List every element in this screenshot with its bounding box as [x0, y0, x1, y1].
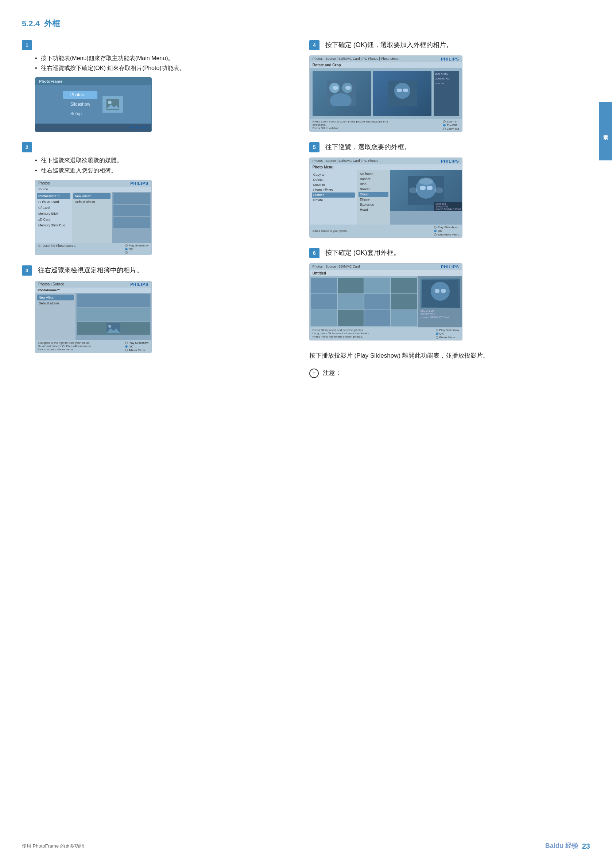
- pf-footer: PHILIPS: [36, 124, 151, 132]
- pg-philips: PHILIPS: [441, 265, 459, 269]
- ss-cf: Cf Card: [37, 205, 70, 211]
- step-5-number: 5: [309, 142, 320, 152]
- frames-r2: [434, 230, 436, 232]
- pg-r3: [436, 336, 438, 339]
- ss-new-album: New Album: [73, 193, 110, 199]
- svg-rect-19: [427, 186, 433, 190]
- frame-cloud: Cloud: [359, 192, 388, 197]
- pf-setup-item: Setup: [63, 110, 98, 118]
- album-right: [76, 293, 151, 340]
- frame-ellipse: Ellipse: [359, 197, 388, 202]
- svg-rect-25: [435, 289, 440, 293]
- frames-right: 800X6002006/07/01source:SD/MMC Card: [390, 170, 462, 225]
- frames-footer: Add a shape to your photo. Play Slidesho…: [310, 225, 462, 237]
- side-tab: 以下圖索: [599, 102, 612, 160]
- ss-play-ctrl: Play Slideshow: [125, 244, 148, 247]
- frames-exit-ctrl: Exit Photo Menu: [434, 233, 459, 236]
- album-default: Default album: [37, 301, 74, 306]
- ss-thumb-2: [113, 205, 150, 216]
- step-5-block: 5 往下巡覽，選取您要的外框。 Photos | Source | SD/MMC…: [309, 142, 582, 238]
- step-6-header: 6 按下確定 (OK)套用外框。: [309, 248, 582, 258]
- step-2-header: 2: [22, 142, 295, 152]
- frame-photo-effects: Photo Effects: [312, 188, 355, 192]
- ss-controls: Play Slideshow OK: [125, 244, 148, 254]
- album-pf-label: PhotoFrame™: [36, 288, 151, 293]
- content-columns: 1 按下功能表(Menu)鈕來存取主功能表(Main Menu)。 往右巡覽或按…: [22, 40, 590, 378]
- pg-right: 880 X 6002006/07/01source:SD/MMC Card: [418, 276, 462, 327]
- pg-info: 880 X 6002006/07/01source:SD/MMC Card: [421, 309, 460, 319]
- album-controls: Play Slideshow OK Album Menu: [125, 341, 148, 352]
- rs-controls: Zoom in Pan/OK Zoom out: [443, 120, 459, 130]
- frame-broken: Broken: [359, 187, 388, 192]
- ss-thumb-3: [113, 217, 150, 228]
- rs-zoom-out: Zoom out: [443, 127, 459, 130]
- frame-no-frame: No frame: [359, 171, 388, 177]
- step-2-number: 2: [22, 142, 32, 152]
- step-6-block: 6 按下確定 (OK)套用外框。 Photos | Source | SD/MM…: [309, 248, 582, 341]
- rs-pan-ok: Pan/OK: [443, 124, 459, 127]
- photo-grid-screenshot: Photos | Source | SD/MMC Card PHILIPS Un…: [309, 263, 463, 341]
- rs-body: 880 X 600 2006/07/01 source:: [310, 68, 462, 119]
- album-middle: New Album Default album: [36, 293, 76, 340]
- frames-menu-title: Photo Menu: [310, 164, 462, 170]
- pg-grid: [310, 276, 418, 327]
- slideshow-note: 按下播放投影片 (Play Slideshow) 離開此功能表，並播放投影片。: [309, 351, 582, 361]
- svg-point-4: [108, 325, 111, 328]
- ss-left-panel: PhotoFrame™ SD/MMC card Cf Card Memory S…: [36, 192, 72, 243]
- pg-r2: [436, 332, 438, 335]
- svg-point-22: [434, 188, 443, 193]
- baidu-watermark: Baidu 经验: [514, 839, 578, 853]
- pg-ok-ctrl: OK: [436, 332, 459, 335]
- step-1-header: 1: [22, 40, 295, 50]
- source-screenshot: Photos PHILIPS Source PhotoFrame™ SD/MMC…: [35, 180, 152, 255]
- alb-thumb-2: [77, 308, 150, 321]
- rs-header: Photos | Source | SD/MMC Card | PC Photo…: [310, 56, 462, 62]
- alb-radio-3: [125, 349, 127, 352]
- svg-point-21: [409, 188, 418, 193]
- ss-middle-panel: New Album Default album: [72, 192, 112, 243]
- step-1-bullets: 按下功能表(Menu)鈕來存取主功能表(Main Menu)。 往右巡覽或按下確…: [35, 53, 295, 73]
- pf-philips-logo: PHILIPS: [129, 126, 148, 130]
- frames-play-ctrl: Play Slideshow: [434, 226, 459, 229]
- ss-radio-3: [125, 251, 127, 254]
- pf-menu-list: Photos Slideshow Setup: [63, 91, 98, 118]
- frames-philips: PHILIPS: [441, 159, 459, 163]
- frames-photo-preview: 800X6002006/07/01source:SD/MMC Card: [390, 170, 462, 211]
- step-4-number: 4: [309, 40, 320, 50]
- album-footer: Navigate to the right to view your album…: [36, 340, 151, 353]
- pg-t1: [311, 278, 337, 293]
- frames-controls: Play Slideshow OK Exit Photo Menu: [434, 226, 459, 236]
- pg-body: 880 X 6002006/07/01source:SD/MMC Card: [310, 276, 462, 327]
- page-footer: 使用 PhotoFrame 的更多功能 Baidu 经验 23: [22, 839, 590, 853]
- step-2-bullet-1: 往下巡覽來選取欲瀏覽的媒體。: [35, 155, 295, 165]
- ss-default-album: Default album: [73, 199, 110, 205]
- svg-point-24: [431, 282, 450, 301]
- footer-left-text: 使用 PhotoFrame 的更多功能: [22, 843, 84, 849]
- ss-ms: Memory Stick: [37, 211, 70, 217]
- step-1-number: 1: [22, 40, 32, 50]
- main-content: 5.2.4 外框 1 按下功能表(Menu)鈕來存取主功能表(Main Menu…: [0, 0, 612, 400]
- svg-rect-10: [332, 86, 338, 90]
- ss-blank-ctrl: [125, 251, 148, 254]
- pg-t4: [391, 278, 417, 293]
- step-3-text: 往右巡覽來檢視選定相簿中的相片。: [38, 265, 143, 275]
- step-3-header: 3 往右巡覽來檢視選定相簿中的相片。: [22, 265, 295, 276]
- note-icon: ≡: [309, 369, 319, 378]
- ss-xd: xD Card: [37, 217, 70, 222]
- pg-play-ctrl: Play Slideshow: [436, 329, 459, 332]
- album-body: New Album Default album: [36, 293, 151, 340]
- frames-ok-ctrl: OK: [434, 229, 459, 232]
- alb-ok-ctrl: OK: [125, 345, 148, 348]
- rs-info-panel: 880 X 600 2006/07/01 source:: [433, 71, 459, 116]
- right-column: 4 按下確定 (OK)鈕，選取要加入外框的相片。 Photos | Source…: [309, 40, 582, 378]
- pg-t2: [338, 278, 363, 293]
- ss-header: Photos PHILIPS: [36, 180, 151, 187]
- step-4-header: 4 按下確定 (OK)鈕，選取要加入外框的相片。: [309, 40, 582, 50]
- alb-menu-ctrl: Album Menu: [125, 349, 148, 352]
- frames-r1: [434, 226, 436, 229]
- step-5-header: 5 往下巡覽，選取您要的外框。: [309, 142, 582, 152]
- ss-right-panel: [112, 192, 151, 243]
- rotate-crop-screenshot: Photos | Source | SD/MMC Card | PC Photo…: [309, 56, 463, 132]
- rs-r2: [443, 124, 446, 127]
- frame-blob: Blob: [359, 181, 388, 187]
